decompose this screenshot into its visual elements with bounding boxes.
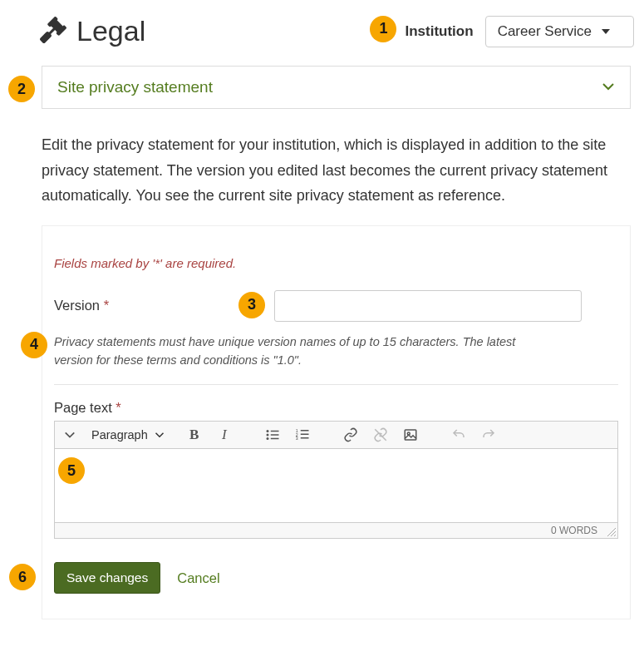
svg-rect-9 (300, 434, 308, 436)
header: Legal 1 Institution Career Service (7, 8, 637, 62)
dropdown-title: Site privacy statement (57, 78, 213, 96)
version-field-row: Version * 3 (54, 290, 618, 322)
pagetext-label: Page text * (54, 400, 618, 416)
svg-line-17 (614, 535, 616, 536)
word-count: 0 WORDS (551, 525, 597, 536)
callout-5: 5 (58, 457, 85, 484)
description-text: Edit the privacy statement for your inst… (42, 132, 631, 209)
svg-rect-13 (405, 430, 416, 440)
svg-rect-5 (270, 438, 278, 440)
page-title: Legal (76, 15, 145, 47)
actions-row: 6 Save changes Cancel (42, 562, 630, 594)
institution-selector-wrap: 1 Institution Career Service (405, 16, 634, 47)
bullet-list-button[interactable] (264, 427, 281, 443)
callout-6: 6 (9, 564, 36, 590)
required-star-icon: * (104, 298, 109, 313)
italic-button[interactable]: I (216, 427, 233, 443)
callout-1: 1 (370, 16, 396, 42)
svg-point-0 (266, 430, 268, 432)
required-star-icon: * (116, 400, 120, 415)
version-input[interactable] (274, 290, 582, 322)
format-select[interactable]: Paragraph (91, 428, 173, 442)
toolbar-expand-icon[interactable] (61, 427, 78, 443)
cancel-button[interactable]: Cancel (177, 570, 219, 586)
redo-button (480, 427, 497, 443)
privacy-statement-dropdown[interactable]: Site privacy statement (42, 66, 631, 109)
editor-body[interactable]: 5 (55, 449, 617, 522)
callout-4: 4 (21, 332, 47, 358)
callout-2: 2 (8, 76, 35, 102)
institution-select[interactable]: Career Service (485, 16, 634, 47)
institution-value: Career Service (498, 23, 592, 40)
undo-button (450, 427, 467, 443)
editor-status-bar: 0 WORDS (55, 522, 617, 538)
svg-rect-7 (300, 430, 308, 432)
image-button[interactable] (402, 427, 419, 443)
institution-label: Institution (405, 23, 473, 40)
svg-rect-1 (270, 431, 278, 432)
form-panel: Fields marked by '*' are required. Versi… (42, 225, 631, 620)
ordered-list-button[interactable]: 123 (294, 427, 311, 443)
unlink-button (372, 427, 389, 443)
gavel-icon (40, 17, 66, 47)
svg-rect-11 (300, 437, 308, 439)
svg-rect-3 (270, 435, 278, 437)
version-help-text: Privacy statements must have unique vers… (54, 333, 519, 370)
svg-point-2 (266, 434, 268, 437)
rich-text-editor: Paragraph B I 123 (54, 421, 618, 539)
resize-handle-icon[interactable] (606, 526, 616, 536)
callout-3: 3 (238, 292, 265, 318)
svg-point-4 (266, 437, 268, 440)
divider (54, 384, 618, 385)
editor-toolbar: Paragraph B I 123 (55, 422, 617, 449)
chevron-down-icon (602, 80, 615, 96)
caret-down-icon (602, 29, 610, 34)
bold-button[interactable]: B (186, 427, 203, 443)
link-button[interactable] (342, 427, 359, 443)
title-wrap: Legal (40, 15, 145, 47)
svg-text:3: 3 (295, 436, 297, 441)
save-button[interactable]: Save changes (54, 562, 160, 594)
required-fields-note: Fields marked by '*' are required. (54, 256, 618, 270)
